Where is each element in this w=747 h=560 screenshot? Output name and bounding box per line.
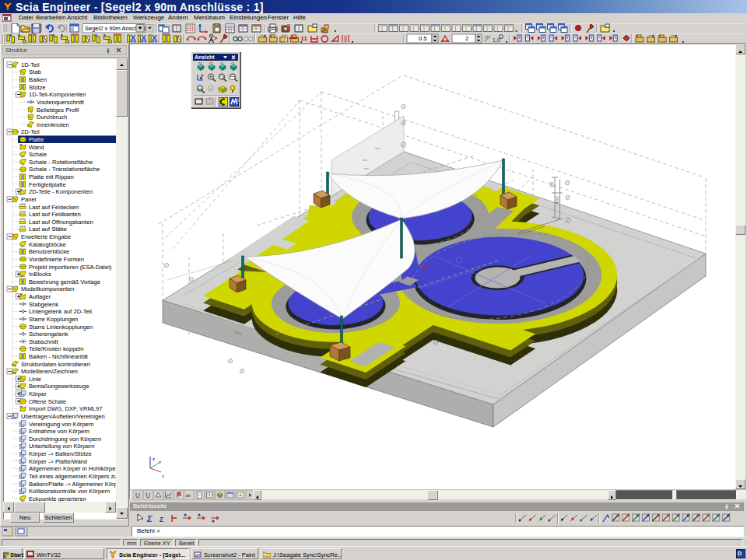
svg-text:Allgemeinen Körper in Hohlkörp: Allgemeinen Körper in Hohlkörper <box>29 465 116 472</box>
svg-text:Körper -> Platte/Wand: Körper -> Platte/Wand <box>29 458 87 465</box>
svg-text:Entnahme von Körpern: Entnahme von Körpern <box>29 428 89 435</box>
svg-text:Schale - Rotationsfläche: Schale - Rotationsfläche <box>29 159 93 166</box>
svg-text:Auflager: Auflager <box>29 293 51 300</box>
svg-text:1D-Teil: 1D-Teil <box>21 61 40 68</box>
svg-text:Last auf Feldkanten: Last auf Feldkanten <box>29 211 81 218</box>
svg-text:Starre Linienkopplungen: Starre Linienkopplungen <box>29 324 93 331</box>
svg-text:Wand: Wand <box>29 144 44 151</box>
svg-text:Last auf Öffnungskanten: Last auf Öffnungskanten <box>29 219 93 226</box>
svg-text:z: z <box>153 457 155 461</box>
svg-text:InBlocks: InBlocks <box>29 271 51 278</box>
svg-text:ab: ab <box>186 493 191 498</box>
svg-text:Schale: Schale <box>29 151 47 158</box>
svg-text:Unterteilung von Körpern: Unterteilung von Körpern <box>29 443 94 450</box>
svg-text:2D-Teile - Komponenten: 2D-Teile - Komponenten <box>29 188 93 195</box>
svg-text:2D-Teil: 2D-Teil <box>21 128 40 135</box>
svg-text:Fertigteilplatte: Fertigteilplatte <box>29 181 66 188</box>
svg-text:Kollisionskontrolle von Körper: Kollisionskontrolle von Körpern <box>29 488 110 495</box>
svg-text:Schale - Translationsfläche: Schale - Translationsfläche <box>29 166 100 173</box>
svg-text:0.5: 0.5 <box>419 35 426 42</box>
svg-text:Offene Schale: Offene Schale <box>29 398 66 405</box>
svg-text:Beliebiges Profil: Beliebiges Profil <box>37 107 79 114</box>
svg-text:Teile/Knoten koppeln: Teile/Knoten koppeln <box>29 345 84 352</box>
svg-text:Import DWG, DXF, VRML97: Import DWG, DXF, VRML97 <box>29 405 103 412</box>
svg-text:Voutenquerschnitt: Voutenquerschnitt <box>37 99 85 106</box>
svg-text:Körper: Körper <box>29 390 47 397</box>
svg-text:Übertragen/Aufteilen/Vereinige: Übertragen/Aufteilen/Vereinigen <box>21 413 105 420</box>
svg-text:Platte: Platte <box>29 136 44 143</box>
svg-text:Durchdringung von Körpern: Durchdringung von Körpern <box>29 436 101 443</box>
svg-text:Bewehrung gemäß Vorlage: Bewehrung gemäß Vorlage <box>29 278 100 285</box>
svg-text:Modellkomponenten: Modellkomponenten <box>21 285 74 292</box>
svg-text:Stabschnitt: Stabschnitt <box>29 338 58 345</box>
svg-text:1D-Teil-Komponenten: 1D-Teil-Komponenten <box>29 91 86 98</box>
svg-text:Last auf Stäbe: Last auf Stäbe <box>29 226 67 233</box>
svg-text:Σ: Σ <box>146 514 153 523</box>
svg-text:Last auf Feldecken: Last auf Feldecken <box>29 204 79 211</box>
svg-text:Modellieren/Zeichnen: Modellieren/Zeichnen <box>21 368 78 375</box>
svg-text:Benutzerblöcke: Benutzerblöcke <box>29 248 69 255</box>
svg-text:Erweiterte Eingabe: Erweiterte Eingabe <box>21 233 71 240</box>
svg-text:Platte mit Rippen: Platte mit Rippen <box>29 173 74 180</box>
svg-text:x: x <box>162 474 165 478</box>
svg-text:11: 11 <box>300 35 307 42</box>
svg-text:Teil eines allgemeinen Körpers: Teil eines allgemeinen Körpers zu Ba <box>29 473 116 480</box>
svg-text:1,0: 1,0 <box>493 37 500 43</box>
svg-text:Vereinigung von Körpern: Vereinigung von Körpern <box>29 421 94 428</box>
svg-text:Durchbruch: Durchbruch <box>37 114 67 121</box>
svg-text:Vordefinierte Formen: Vordefinierte Formen <box>29 256 84 263</box>
svg-text:Körper -> Balken/Stütze: Körper -> Balken/Stütze <box>29 450 92 457</box>
svg-text:Projekt importieren (ESA-Datei: Projekt importieren (ESA-Datei) <box>29 264 112 271</box>
svg-text:Stabgelenk: Stabgelenk <box>29 301 58 308</box>
svg-text:Panel: Panel <box>21 196 37 203</box>
svg-text:Strukturdaten kontrollieren: Strukturdaten kontrollieren <box>21 361 90 368</box>
svg-text:Bemaßungswerkzeuge: Bemaßungswerkzeuge <box>29 383 89 390</box>
svg-text:Starre Kopplungen: Starre Kopplungen <box>29 316 78 323</box>
svg-text:Katalogblöcke: Katalogblöcke <box>29 241 66 248</box>
svg-text:150: 150 <box>550 181 554 187</box>
svg-text:Balken/Platte -> Allgemeiner K: Balken/Platte -> Allgemeiner Körper <box>29 481 116 488</box>
svg-text:2: 2 <box>465 35 468 42</box>
svg-text:Stab: Stab <box>29 68 41 75</box>
svg-text:Balken - Nichtlinearität: Balken - Nichtlinearität <box>29 353 89 360</box>
svg-text:Balken: Balken <box>29 76 47 83</box>
svg-text:Σ: Σ <box>159 516 164 523</box>
svg-text:Stütze: Stütze <box>29 84 46 91</box>
svg-text:Liniengelenk auf 2D-Teil: Liniengelenk auf 2D-Teil <box>29 308 92 315</box>
svg-text:Innenknoten: Innenknoten <box>37 121 69 128</box>
svg-text:Linie: Linie <box>29 376 41 383</box>
svg-text:Scherengelenk: Scherengelenk <box>29 331 68 338</box>
svg-text:4000: 4000 <box>556 195 559 204</box>
